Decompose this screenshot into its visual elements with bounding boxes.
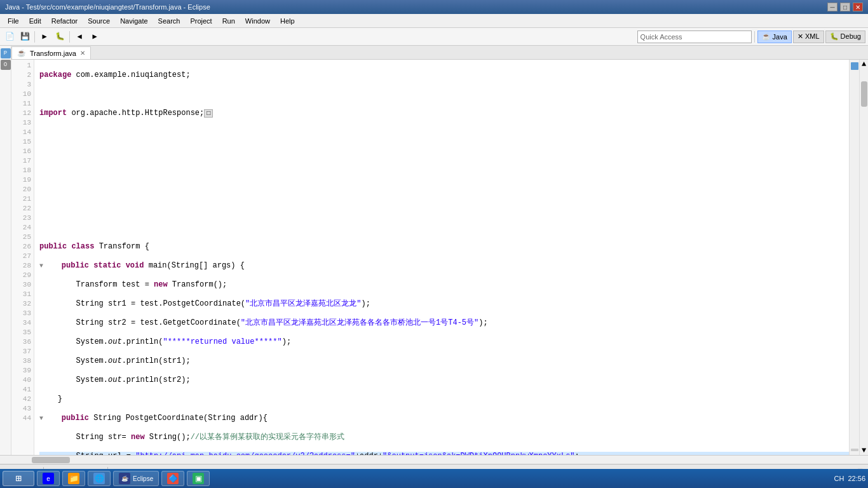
taskbar-icon-4[interactable]: 🔷: [161, 471, 184, 486]
menu-source[interactable]: Source: [83, 14, 115, 28]
taskbar: ⊞ e 📁 🌐 ☕ Eclipse 🔷 ▣ CH 22:56: [0, 469, 868, 488]
titlebar: Java - Test/src/com/example/niuqiangtest…: [0, 0, 868, 14]
left-panel: P O: [0, 46, 11, 455]
new-button[interactable]: 📄: [3, 30, 17, 44]
maximize-button[interactable]: □: [840, 3, 850, 11]
taskbar-eclipse-button[interactable]: ☕ Eclipse: [113, 471, 159, 486]
right-icon-2[interactable]: [851, 449, 858, 451]
editor-body: 1 2 3 10 11 12 13 14 15 16 17 18 19: [11, 60, 868, 455]
scroll-down-button[interactable]: ▼: [860, 446, 868, 455]
menu-edit[interactable]: Edit: [24, 14, 46, 28]
editor-tab-bar: ☕ Transform.java ✕: [11, 46, 868, 60]
package-explorer-icon[interactable]: P: [1, 48, 11, 58]
menu-file[interactable]: File: [3, 14, 24, 28]
quick-access-input[interactable]: Quick Access: [637, 30, 752, 43]
lang-indicator: CH: [834, 475, 844, 482]
horizontal-scrollbar-area: [0, 455, 868, 464]
debug-perspective-label: 🐛 Debug: [830, 32, 861, 41]
quick-access-label: Quick Access: [641, 33, 682, 41]
forward-button[interactable]: ▶: [88, 30, 102, 44]
debug-perspective-button[interactable]: 🐛 Debug: [825, 30, 865, 43]
back-button[interactable]: ◀: [72, 30, 86, 44]
main-area: P O ☕ Transform.java ✕ 1 2 3: [0, 46, 868, 455]
java-perspective-label: Java: [773, 33, 787, 41]
debug-button[interactable]: 🐛: [53, 30, 67, 44]
taskbar-system-tray: CH 22:56: [834, 475, 865, 482]
transform-java-tab[interactable]: ☕ Transform.java ✕: [11, 46, 91, 59]
menu-navigate[interactable]: Navigate: [115, 14, 153, 28]
window-controls[interactable]: ─ □ ✕: [827, 3, 863, 11]
tab-close-button[interactable]: ✕: [80, 50, 85, 57]
xml-perspective-button[interactable]: ✕ XML: [793, 30, 824, 43]
right-icon-1[interactable]: [851, 62, 858, 70]
scroll-thumb[interactable]: [861, 81, 867, 107]
taskbar-icon-browser[interactable]: 🌐: [88, 471, 111, 486]
xml-perspective-label: ✕ XML: [797, 32, 820, 41]
code-editor[interactable]: package com.example.niuqiangtest; import…: [34, 60, 849, 455]
line-numbers: 1 2 3 10 11 12 13 14 15 16 17 18 19: [11, 60, 34, 455]
vertical-scrollbar[interactable]: ▲ ▼: [859, 60, 868, 455]
menu-run[interactable]: Run: [217, 14, 240, 28]
taskbar-icon-ie[interactable]: e: [37, 471, 60, 486]
java-perspective-button[interactable]: ☕ Java: [757, 30, 792, 43]
menu-search[interactable]: Search: [153, 14, 186, 28]
title-text: Java - Test/src/com/example/niuqiangtest…: [5, 3, 210, 11]
toolbar-separator-3: [754, 31, 755, 43]
menu-refactor[interactable]: Refactor: [46, 14, 83, 28]
menu-help[interactable]: Help: [275, 14, 300, 28]
editor-container: ☕ Transform.java ✕ 1 2 3 10 11 12: [11, 46, 868, 455]
horizontal-scroll-thumb[interactable]: [32, 457, 70, 463]
menu-window[interactable]: Window: [240, 14, 275, 28]
run-last-button[interactable]: ▶: [37, 30, 51, 44]
toolbar-separator-2: [69, 31, 70, 43]
minimize-button[interactable]: ─: [827, 3, 837, 11]
clock: 22:56: [848, 475, 865, 482]
menu-project[interactable]: Project: [185, 14, 217, 28]
menubar: File Edit Refactor Source Navigate Searc…: [0, 14, 868, 28]
scroll-up-button[interactable]: ▲: [860, 60, 868, 69]
start-button[interactable]: ⊞: [3, 471, 34, 486]
toolbar-separator-1: [34, 31, 35, 43]
outline-icon[interactable]: O: [1, 60, 11, 70]
right-panel: [849, 60, 859, 455]
tab-filename: Transform.java: [30, 50, 76, 57]
close-button[interactable]: ✕: [853, 3, 863, 11]
toolbar: 📄 💾 ▶ 🐛 ◀ ▶ Quick Access ☕ Java ✕ XML 🐛 …: [0, 28, 868, 46]
save-button[interactable]: 💾: [18, 30, 32, 44]
taskbar-icon-5[interactable]: ▣: [187, 471, 210, 486]
taskbar-icon-folder[interactable]: 📁: [62, 471, 85, 486]
